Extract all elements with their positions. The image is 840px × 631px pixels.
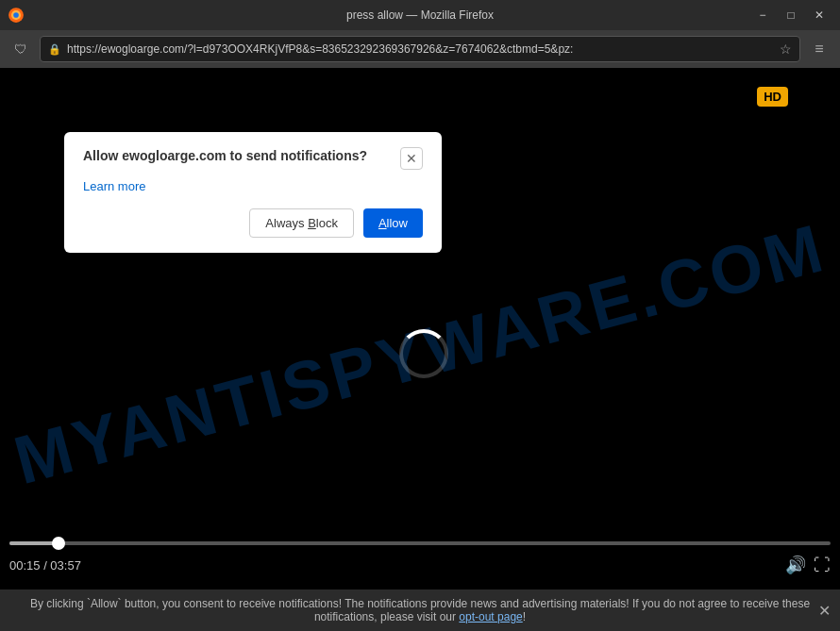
video-controls: 00:15 / 03:57 🔊 ⛶ bbox=[0, 541, 840, 579]
menu-button[interactable]: ≡ bbox=[806, 36, 832, 62]
nav-bar: 🛡 🔒 https://ewogloarge.com/?l=d973OOX4RK… bbox=[0, 30, 840, 68]
popup-close-button[interactable]: ✕ bbox=[400, 147, 423, 170]
main-content: MYANTISPYWARE.COM HD 00:15 / 03:57 🔊 ⛶ B… bbox=[0, 68, 840, 631]
title-bar: press allow — Mozilla Firefox − □ ✕ bbox=[0, 0, 840, 30]
always-block-button[interactable]: Always Block bbox=[249, 208, 354, 238]
progress-thumb[interactable] bbox=[52, 537, 65, 550]
window-title: press allow — Mozilla Firefox bbox=[346, 8, 494, 22]
svg-point-2 bbox=[13, 12, 19, 18]
shield-button[interactable]: 🛡 bbox=[8, 36, 34, 62]
maximize-button[interactable]: □ bbox=[778, 5, 804, 25]
banner-text: By clicking `Allow` button, you consent … bbox=[28, 597, 812, 623]
title-bar-controls: − □ ✕ bbox=[749, 5, 832, 25]
address-text: https://ewogloarge.com/?l=d973OOX4RKjVfP… bbox=[67, 42, 774, 56]
allow-button[interactable]: Allow bbox=[363, 208, 423, 238]
firefox-icon bbox=[8, 7, 25, 24]
opt-out-link[interactable]: opt-out page bbox=[459, 610, 522, 623]
fullscreen-icon[interactable]: ⛶ bbox=[814, 556, 831, 575]
hd-badge: HD bbox=[757, 87, 788, 107]
time-display: 00:15 / 03:57 bbox=[9, 558, 81, 573]
title-bar-left bbox=[8, 7, 25, 24]
controls-bottom: 00:15 / 03:57 🔊 ⛶ bbox=[9, 551, 831, 579]
address-bar[interactable]: 🔒 https://ewogloarge.com/?l=d973OOX4RKjV… bbox=[40, 36, 800, 62]
bookmark-icon[interactable]: ☆ bbox=[780, 42, 792, 57]
close-button[interactable]: ✕ bbox=[806, 5, 832, 25]
volume-icon[interactable]: 🔊 bbox=[785, 555, 806, 575]
lock-icon: 🔒 bbox=[48, 43, 61, 56]
popup-title: Allow ewogloarge.com to send notificatio… bbox=[83, 147, 391, 164]
notification-popup: Allow ewogloarge.com to send notificatio… bbox=[64, 132, 442, 253]
shield-icon: 🛡 bbox=[14, 42, 27, 57]
progress-bar[interactable] bbox=[9, 541, 831, 545]
minimize-button[interactable]: − bbox=[749, 5, 776, 25]
learn-more-link[interactable]: Learn more bbox=[83, 179, 145, 193]
popup-buttons: Always Block Allow bbox=[83, 208, 423, 238]
loading-spinner bbox=[396, 326, 444, 374]
bottom-banner: By clicking `Allow` button, you consent … bbox=[0, 589, 840, 631]
banner-close-button[interactable]: ✕ bbox=[818, 602, 831, 620]
popup-header: Allow ewogloarge.com to send notificatio… bbox=[83, 147, 423, 170]
right-controls: 🔊 ⛶ bbox=[785, 555, 831, 575]
